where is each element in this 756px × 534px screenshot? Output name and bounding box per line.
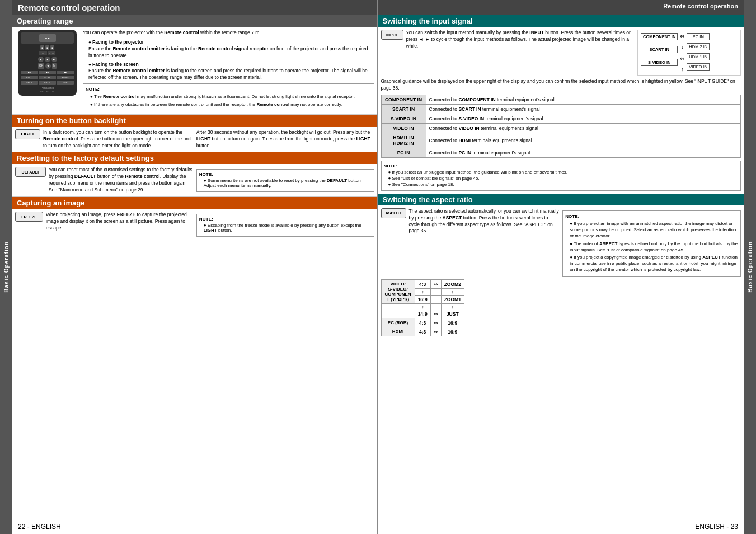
aspect-body: ASPECT The aspect ratio is selected auto… (378, 205, 744, 340)
operating-range-section: Operating range ■ ■ ■ (12, 15, 377, 115)
input-icon-label: INPUT (386, 33, 398, 37)
light-icon-label: LIGHT (21, 132, 35, 137)
diag-pc-in: PC IN (687, 33, 710, 40)
remote-control-image: ■ ■ ■ ■ ■ □ □ □ □ (18, 30, 77, 96)
resetting-left: DEFAULT You can reset most of the custom… (15, 167, 193, 194)
diagram-layout: COMPONENT IN SCART IN S-VIDEO IN ⇔ ↕ ⇔ ↕ (641, 33, 738, 72)
freeze-icon-label: FREEZE (21, 215, 37, 219)
r-btn-round: ▲ (45, 57, 50, 62)
aspect-note-2: The order of ASPECT types is defined not… (570, 241, 738, 253)
page-number-left: 22 - ENGLISH (12, 519, 377, 534)
ar-arrow-v1: ↕ (415, 289, 430, 296)
operating-note-1: The Remote control may malfunction under… (90, 93, 372, 100)
aspect-row-label-pc: PC (RGB) (381, 318, 415, 327)
aspect-note-3: If you project a copyrighted image enlar… (570, 254, 738, 273)
ar-hdmi-43: 4:3 (415, 327, 430, 336)
aspect-note-1: If you project an image with an unmatche… (570, 221, 738, 240)
table-label-pc: PC IN (381, 148, 426, 157)
diag-svideo-in: S-VIDEO IN (641, 59, 678, 66)
ar-149: 14:9 (415, 310, 430, 318)
facing-screen-title: Facing to the screen (92, 62, 139, 67)
aspect-note: NOTE: If you project an image with an un… (562, 208, 741, 277)
r-btn-round: ◄ (38, 57, 44, 62)
table-desc-hdmi: Connected to HDMI terminals equipment's … (426, 133, 741, 148)
ar-just: JUST (441, 310, 464, 318)
backlight-body: LIGHT In a dark room, you can turn on th… (12, 127, 377, 153)
resetting-note-1: Some menu items are not available to res… (204, 178, 372, 188)
input-note-title: NOTE: (384, 163, 739, 168)
diag-video-in: VIDEO IN (687, 63, 710, 71)
operating-range-body: ■ ■ ■ ■ ■ □ □ □ □ (12, 27, 377, 115)
remote-display: ■ ■ (21, 32, 74, 44)
diag-hdmi1-in: HDMI1 IN (687, 53, 710, 60)
r-btn-round: ► (51, 57, 57, 62)
remote-grid-3: SHTR FRZE DEF (21, 81, 74, 85)
main-content: Remote control operation Remote control … (12, 0, 744, 534)
projector-label: PROJECTOR (21, 90, 74, 93)
ar-arrow-v3: ↕ (415, 304, 430, 310)
diag-scart-in: SCART IN (641, 46, 678, 53)
ar-pc-43: 4:3 (415, 318, 430, 327)
table-row: SCART IN Connected to SCART IN terminal … (381, 104, 741, 114)
table-label-hdmi: HDMI1 INHDMI2 IN (381, 133, 426, 148)
input-diagram: COMPONENT IN SCART IN S-VIDEO IN ⇔ ↕ ⇔ ↕ (637, 30, 741, 76)
ar-zoom1: ZOOM1 (441, 295, 464, 304)
aspect-icon-box: ASPECT (381, 208, 406, 218)
r-btn: ■ (50, 45, 54, 50)
operating-note-title: NOTE: (86, 86, 372, 92)
r-btn-round: ▼ (45, 63, 51, 69)
resetting-note: NOTE: Some menu items are not available … (196, 167, 374, 194)
r-btn: SHTR (21, 81, 38, 85)
aspect-table: VIDEO/S-VIDEO/COMPONENT (YPBPR) 4:3 ⇔ ZO… (381, 279, 464, 336)
diag-arrows-mid: ⇔ ↕ ⇔ ↕ (680, 33, 684, 72)
input-icon-text: INPUT You can switch the input method ma… (381, 30, 635, 76)
input-note-box: NOTE: If you select an unplugged input m… (381, 161, 741, 191)
capturing-note-1: Escaping from the freeze mode is availab… (204, 223, 372, 233)
aspect-table-row-pc: PC (RGB) 4:3 ⇔ 16:9 (381, 318, 464, 327)
remote-row-1: ■ ■ ■ (21, 45, 74, 50)
capturing-body: FREEZE When projecting an image, press F… (12, 209, 377, 240)
r-btn: □ □ (39, 51, 46, 55)
arrow-v2: ↕ (681, 67, 684, 72)
r-btn: ■■ (21, 71, 38, 74)
table-desc-svideo: Connected to S-VIDEO IN terminal equipme… (426, 114, 741, 123)
aspect-table-row-hdmi: HDMI 4:3 ⇔ 16:9 (381, 327, 464, 336)
r-btn: MENU (57, 76, 74, 79)
light-icon-box: LIGHT (15, 129, 40, 139)
default-icon-label: DEFAULT (22, 170, 40, 174)
capturing-note-title: NOTE: (199, 217, 372, 222)
panasonic-label: Panasonic (21, 86, 74, 90)
resetting-note-title: NOTE: (199, 172, 372, 177)
remote-row-3: ◄ ▲ ► (21, 57, 74, 62)
remote-image-container: ■ ■ ■ ■ ■ □ □ □ □ (15, 30, 79, 111)
input-note-2: See "List of compatible signals" on page… (388, 176, 739, 181)
input-note-1: If you select an unplugged input method,… (388, 170, 739, 175)
capturing-text: When projecting an image, press FREEZE t… (46, 212, 193, 232)
r-btn: SCRT (39, 76, 56, 79)
arrow-v1: ↕ (681, 44, 684, 50)
table-label-component: COMPONENT IN (381, 95, 426, 104)
aspect-row-label-hdmi: HDMI (381, 327, 415, 336)
left-sidebar: Basic Operation (0, 0, 12, 534)
page-number-right: ENGLISH - 23 (378, 519, 744, 534)
input-signal-top: INPUT You can switch the input method ma… (381, 30, 741, 76)
input-description: Graphical guidance will be displayed on … (381, 78, 741, 92)
title-row: Remote control operation Remote control … (12, 0, 744, 15)
ar-169: 16:9 (415, 295, 430, 304)
aspect-table-row-5: 14:9 ⇔ JUST (381, 310, 464, 318)
r-btn: ■ (45, 45, 49, 50)
ar-arrow-v2: ↕ (441, 289, 464, 296)
table-desc-scart: Connected to SCART IN terminal equipment… (426, 104, 741, 114)
r-btn: ■ (40, 45, 44, 50)
aspect-icon-label: ASPECT (386, 211, 401, 215)
aspect-note-title: NOTE: (565, 213, 738, 219)
table-row: PC IN Connected to PC IN terminal equipm… (381, 148, 741, 157)
aspect-icon-text: ASPECT The aspect ratio is selected auto… (381, 208, 560, 277)
left-title: Remote control operation (12, 0, 378, 15)
resetting-section: Resetting to the factory default setting… (12, 152, 377, 197)
left-sidebar-label: Basic Operation (3, 241, 10, 293)
ar-43: 4:3 (415, 280, 430, 289)
page-container: Basic Operation Remote control operation… (0, 0, 756, 534)
diag-hdmi2-in: HDMI2 IN (687, 43, 710, 50)
capturing-note: NOTE: Escaping from the freeze mode is a… (196, 212, 374, 237)
